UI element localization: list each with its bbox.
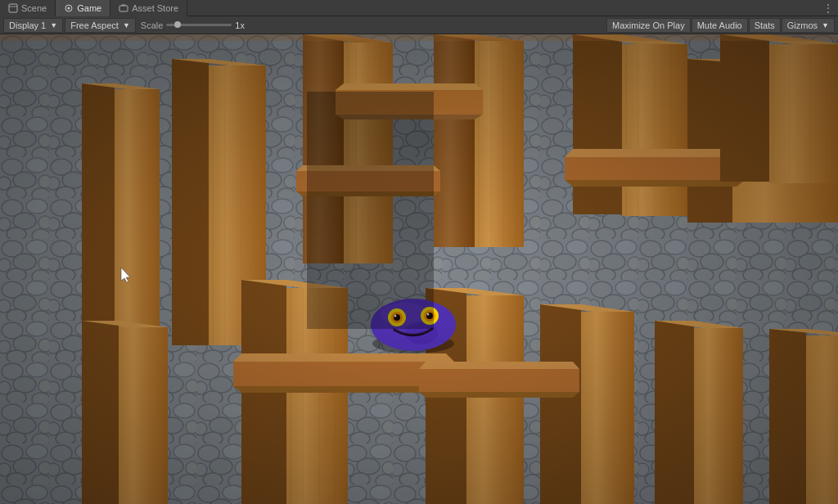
asset-icon <box>119 3 128 13</box>
tab-game[interactable]: Game <box>56 0 110 16</box>
maximize-on-play-btn[interactable]: Maximize On Play <box>606 18 691 33</box>
tab-scene[interactable]: Scene <box>0 0 56 16</box>
svg-rect-0 <box>9 4 17 12</box>
mute-audio-btn[interactable]: Mute Audio <box>692 18 748 33</box>
maximize-label: Maximize On Play <box>612 20 685 30</box>
svg-rect-4 <box>119 6 128 11</box>
tab-bar: Scene Game Asset Store ⋮ <box>0 0 838 16</box>
aspect-chevron-icon: ▼ <box>123 21 130 29</box>
mute-label: Mute Audio <box>697 20 742 30</box>
tab-asset-store[interactable]: Asset Store <box>110 0 187 16</box>
display-chevron-icon: ▼ <box>50 21 57 29</box>
aspect-label: Free Aspect <box>70 20 119 30</box>
display-label: Display 1 <box>9 20 46 30</box>
svg-rect-106 <box>0 34 838 504</box>
stats-btn[interactable]: Stats <box>749 18 781 33</box>
game-icon <box>64 3 74 13</box>
scale-slider-thumb <box>174 21 181 28</box>
toolbar-right: Maximize On Play Mute Audio Stats Gizmos… <box>606 18 835 33</box>
scene-icon <box>8 3 18 13</box>
tab-asset-label: Asset Store <box>132 3 178 13</box>
aspect-dropdown[interactable]: Free Aspect ▼ <box>65 18 136 33</box>
gizmos-btn[interactable]: Gizmos ▼ <box>782 18 835 33</box>
tab-game-label: Game <box>77 3 101 13</box>
scale-label: Scale <box>141 20 164 30</box>
display-dropdown[interactable]: Display 1 ▼ <box>3 18 63 33</box>
scale-slider[interactable] <box>166 24 232 26</box>
toolbar: Display 1 ▼ Free Aspect ▼ Scale 1x Maxim… <box>0 16 838 34</box>
gizmos-label: Gizmos <box>787 20 818 30</box>
scale-container: Scale 1x <box>137 20 255 30</box>
stats-label: Stats <box>755 20 775 30</box>
svg-point-3 <box>68 7 70 9</box>
game-scene <box>0 34 838 504</box>
game-viewport <box>0 34 838 504</box>
tab-more-btn[interactable]: ⋮ <box>818 1 838 16</box>
tab-scene-label: Scene <box>21 3 47 13</box>
scale-value: 1x <box>235 20 251 30</box>
gizmos-chevron-icon: ▼ <box>822 21 829 29</box>
